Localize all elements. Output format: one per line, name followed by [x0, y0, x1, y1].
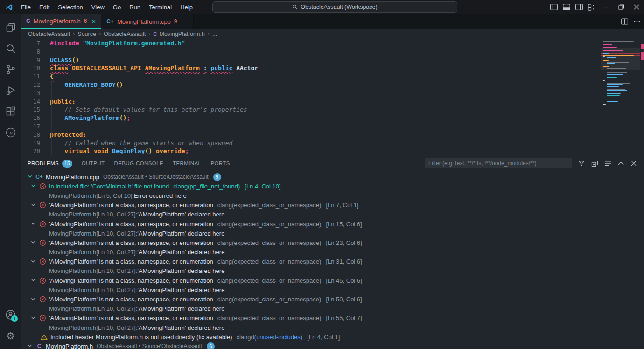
problem-row[interactable]: 'AMovingPlatform' is not a class, namesp…: [21, 201, 644, 210]
problem-row[interactable]: 'AMovingPlatform' is not a class, namesp…: [21, 219, 644, 229]
menu-go[interactable]: Go: [109, 4, 125, 11]
chevron-down-icon[interactable]: [30, 182, 37, 190]
breadcrumb-item[interactable]: ...: [212, 31, 217, 37]
split-editor-icon[interactable]: [621, 18, 628, 25]
code-line[interactable]: 11{: [21, 72, 601, 81]
problem-source: clang(expected_class_or_namespace): [217, 202, 322, 209]
code-line[interactable]: 8: [21, 48, 601, 56]
maximize-panel-icon[interactable]: [615, 158, 626, 169]
code-line[interactable]: 18protected:: [21, 131, 601, 139]
minimap-line: [601, 71, 640, 72]
menu-view[interactable]: View: [87, 4, 109, 11]
unreal-icon[interactable]: u: [0, 122, 21, 143]
menu-file[interactable]: File: [17, 4, 35, 11]
problem-code-link[interactable]: (unused-includes): [254, 334, 302, 341]
problem-related-info[interactable]: MovingPlatform.h[Ln 10, Col 27]: 'AMovin…: [21, 285, 644, 294]
panel-tab-output[interactable]: OUTPUT: [82, 161, 105, 166]
tab-movingplatform.cpp[interactable]: C+MovingPlatform.cpp9: [101, 14, 193, 29]
chevron-down-icon[interactable]: [30, 296, 37, 303]
extensions-icon[interactable]: [0, 101, 21, 122]
code-line[interactable]: 15 // Sets default values for this actor…: [21, 105, 601, 114]
more-actions-icon[interactable]: [634, 21, 640, 22]
code-line[interactable]: 14public:: [21, 98, 601, 106]
code-line[interactable]: 17: [21, 122, 601, 131]
menu-selection[interactable]: Selection: [54, 4, 87, 11]
breadcrumb-item[interactable]: MovingPlatform.h: [160, 31, 205, 37]
tab-movingplatform.h[interactable]: CMovingPlatform.h6×: [21, 14, 101, 29]
close-icon[interactable]: ×: [92, 17, 96, 25]
problem-row[interactable]: Included header MovingPlatform.h is not …: [21, 332, 644, 342]
panel-tab-debug-console[interactable]: DEBUG CONSOLE: [114, 161, 163, 166]
problem-file-group[interactable]: C+MovingPlatform.cppObstacleAssault • So…: [21, 172, 644, 181]
problem-row[interactable]: 'AMovingPlatform' is not a class, namesp…: [21, 276, 644, 285]
customize-layout-icon[interactable]: [585, 0, 598, 14]
toggle-panel-icon[interactable]: [560, 0, 573, 14]
menu-help[interactable]: Help: [176, 4, 197, 11]
branch-icon[interactable]: [0, 59, 21, 80]
problem-source: clangd: [236, 334, 254, 341]
code-line[interactable]: 19 // Called when the game starts or whe…: [21, 139, 601, 147]
debug-icon[interactable]: [0, 80, 21, 101]
code-line[interactable]: 20 virtual void BeginPlay() override;: [21, 147, 601, 155]
menu-edit[interactable]: Edit: [35, 4, 54, 11]
command-center-search[interactable]: ObstacleAssault (Workspace): [212, 1, 457, 13]
problem-row[interactable]: 'AMovingPlatform' is not a class, namesp…: [21, 257, 644, 266]
chevron-down-icon[interactable]: [27, 342, 34, 349]
view-as-table-icon[interactable]: [602, 158, 613, 169]
problem-row[interactable]: 'AMovingPlatform' is not a class, namesp…: [21, 294, 644, 304]
panel-tab-problems[interactable]: PROBLEMS15: [28, 160, 72, 168]
problem-related-info[interactable]: MovingPlatform.h[Ln 10, Col 27]: 'AMovin…: [21, 304, 644, 314]
problem-related-info[interactable]: MovingPlatform.h[Ln 10, Col 27]: 'AMovin…: [21, 248, 644, 257]
problem-row[interactable]: 'AMovingPlatform' is not a class, namesp…: [21, 238, 644, 247]
search-icon[interactable]: [0, 38, 21, 59]
related-message: 'AMovingPlatform' declared here: [137, 286, 224, 293]
toggle-sidebar-icon[interactable]: [547, 0, 560, 14]
workspace-search-label: ObstacleAssault (Workspace): [301, 4, 377, 10]
minimap[interactable]: [601, 39, 640, 156]
code-editor[interactable]: 7#include "MovingPlatform.generated.h"89…: [21, 39, 644, 156]
problem-file-group[interactable]: CMovingPlatform.hObstacleAssault • Sourc…: [21, 342, 644, 349]
breadcrumb-item[interactable]: ObstacleAssault: [104, 31, 146, 37]
chevron-down-icon[interactable]: [30, 314, 37, 322]
collapse-all-icon[interactable]: [589, 158, 600, 169]
chevron-down-icon[interactable]: [30, 239, 37, 246]
code-line[interactable]: 13: [21, 89, 601, 98]
code-area[interactable]: 7#include "MovingPlatform.generated.h"89…: [21, 39, 601, 156]
code-line[interactable]: 12 GENERATED_BODY(): [21, 81, 601, 89]
problem-related-info[interactable]: MovingPlatform.h[Ln 10, Col 27]: 'AMovin…: [21, 266, 644, 276]
filter-icon[interactable]: [576, 158, 587, 169]
minimap-line: [601, 102, 640, 103]
minimap-slider[interactable]: [601, 48, 640, 70]
code-line[interactable]: 7#include "MovingPlatform.generated.h": [21, 39, 601, 48]
minimize-icon[interactable]: [598, 0, 613, 14]
close-panel-icon[interactable]: [628, 158, 639, 169]
restore-icon[interactable]: [613, 0, 629, 14]
panel-tab-ports[interactable]: PORTS: [210, 161, 230, 166]
problems-filter-input[interactable]: Filter (e.g. text, **/*.ts, !**/node_mod…: [425, 158, 572, 168]
code-line[interactable]: 16 AMovingPlatform();: [21, 114, 601, 122]
panel-tab-terminal[interactable]: TERMINAL: [173, 161, 201, 166]
chevron-down-icon[interactable]: [30, 202, 37, 209]
problem-related-info[interactable]: MovingPlatform.h[Ln 5, Col 10]: Error oc…: [21, 191, 644, 200]
problem-row[interactable]: In included file: 'CoreMinimal.h' file n…: [21, 181, 644, 191]
menu-terminal[interactable]: Terminal: [145, 4, 176, 11]
gear-icon[interactable]: ⚙: [0, 325, 21, 346]
account-icon[interactable]: 1: [0, 304, 21, 325]
problem-message: 'AMovingPlatform' is not a class, namesp…: [49, 296, 213, 303]
problem-related-info[interactable]: MovingPlatform.h[Ln 10, Col 27]: 'AMovin…: [21, 210, 644, 219]
chevron-down-icon[interactable]: [30, 220, 37, 228]
code-line[interactable]: 9UCLASS(): [21, 56, 601, 64]
close-icon[interactable]: [629, 0, 644, 14]
chevron-down-icon[interactable]: [27, 173, 34, 181]
problem-related-info[interactable]: MovingPlatform.h[Ln 10, Col 27]: 'AMovin…: [21, 323, 644, 332]
files-icon[interactable]: [0, 17, 21, 38]
problem-row[interactable]: 'AMovingPlatform' is not a class, namesp…: [21, 314, 644, 323]
breadcrumb-item[interactable]: ObstacleAssault: [28, 31, 70, 37]
toggle-secondary-sidebar-icon[interactable]: [573, 0, 585, 14]
chevron-down-icon[interactable]: [30, 258, 37, 265]
chevron-down-icon[interactable]: [30, 277, 37, 284]
problem-related-info[interactable]: MovingPlatform.h[Ln 10, Col 27]: 'AMovin…: [21, 229, 644, 238]
breadcrumb-item[interactable]: Source: [77, 31, 96, 37]
menu-run[interactable]: Run: [125, 4, 145, 11]
code-line[interactable]: 10class OBSTACLEASSAULT_API AMovingPlatf…: [21, 64, 601, 72]
